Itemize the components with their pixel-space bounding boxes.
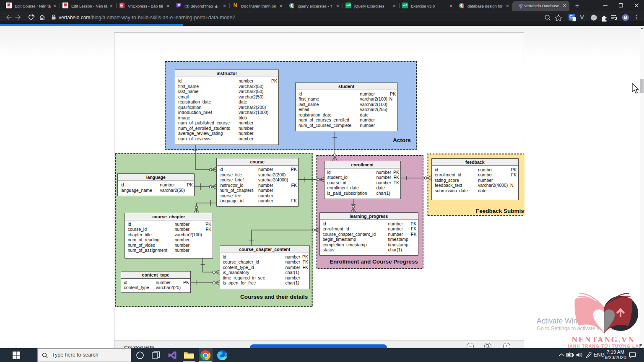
svg-text:NENTANG.VN: NENTANG.VN	[572, 335, 635, 344]
